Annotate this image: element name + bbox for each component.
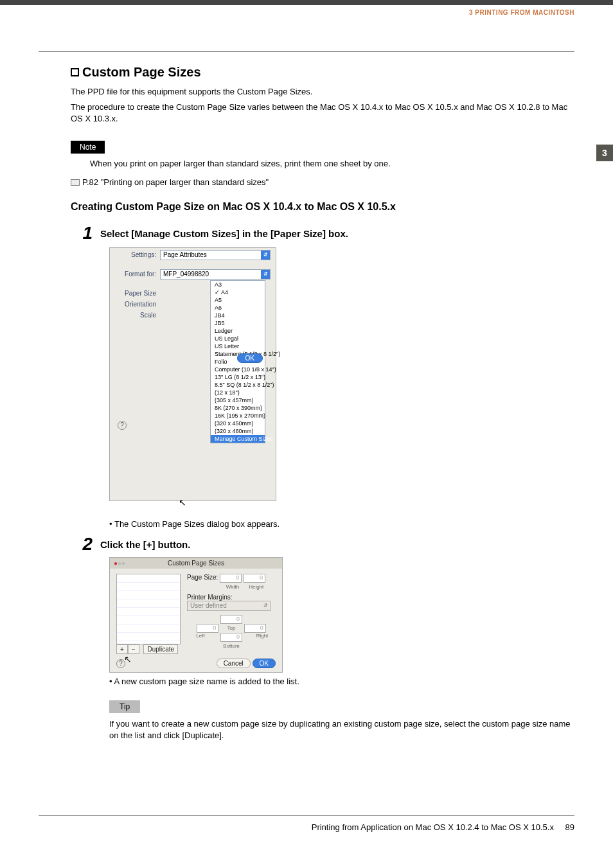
right-field[interactable]: 0 [244,624,266,633]
sizes-listbox[interactable] [116,574,181,644]
section-title-text: Custom Page Sizes [82,65,201,79]
cursor-icon: ↖ [179,497,613,508]
tip-label: Tip [109,700,140,713]
dialog-title: Custom Page Sizes [168,560,224,567]
step-1-instruction: Select [Manage Custom Sizes] in the [Pap… [100,224,348,239]
paper-size-option[interactable]: (320 x 460mm) [211,427,265,435]
cancel-button[interactable]: Cancel [217,659,251,668]
step-1-result: The Custom Page Sizes dialog box appears… [109,519,574,529]
top-field[interactable]: 0 [220,615,242,624]
settings-label: Settings: [115,251,160,258]
duplicate-button[interactable]: Duplicate [143,644,178,654]
page-size-label: Page Size: [187,574,218,581]
paper-size-option[interactable]: (320 x 450mm) [211,420,265,427]
add-button[interactable]: + [116,644,128,654]
paper-size-option[interactable]: 13" LG (8 1/2 x 13") [211,373,265,381]
paper-size-option[interactable]: Ledger [211,327,265,335]
step-2: 2 Click the [+] button. [71,535,574,553]
page-number: 89 [565,822,574,832]
remove-button[interactable]: − [128,644,139,654]
section-title: Custom Page Sizes [71,65,574,80]
paper-size-option[interactable]: A6 [211,304,265,312]
step-1: 1 Select [Manage Custom Sizes] in the [P… [71,224,574,242]
window-controls[interactable]: ●●● [114,560,125,567]
printer-margins-label: Printer Margins: [187,594,276,601]
xref-text: P.82 "Printing on paper larger than stan… [82,177,269,187]
intro-para-1: The PPD file for this equipment supports… [71,86,574,98]
width-sublabel: Width [222,584,244,590]
height-sublabel: Height [245,584,267,590]
paper-size-option[interactable]: (12 x 18") [211,389,265,396]
paper-size-option[interactable]: (305 x 457mm) [211,396,265,404]
tip-text: If you want to create a new custom page … [109,718,574,741]
note-text: When you print on paper larger than stan… [90,159,574,168]
cross-reference: P.82 "Printing on paper larger than stan… [71,177,574,187]
dropdown-arrow-icon: ⇵ [261,251,270,260]
ok-button[interactable]: OK [237,353,263,363]
width-field[interactable]: 0 [220,574,242,583]
orientation-label: Orientation [115,301,160,308]
dialog-titlebar: ●●● Custom Page Sizes [110,558,282,569]
left-sublabel: Left [190,633,211,642]
paper-size-option[interactable]: 8K (270 x 390mm) [211,404,265,412]
page-top-border [0,0,613,5]
paper-size-option[interactable]: JB4 [211,312,265,319]
paper-size-option[interactable]: A4 [211,288,265,296]
bottom-sublabel: Bottom [220,643,242,649]
paper-size-option[interactable]: A5 [211,296,265,304]
paper-size-option[interactable]: JB5 [211,319,265,327]
screenshot-custom-sizes: ●●● Custom Page Sizes Page Size: 0 0 Wid… [109,557,283,673]
paper-size-option[interactable]: 16K (195 x 270mm) [211,412,265,420]
paper-size-option[interactable]: 8.5" SQ (8 1/2 x 8 1/2") [211,381,265,389]
settings-select[interactable]: Page Attributes⇵ [160,250,271,260]
ok-button[interactable]: OK [253,659,276,668]
step-1-number: 1 [71,224,93,242]
format-for-select[interactable]: MFP_04998820⇵ [160,269,271,279]
paper-size-option[interactable]: US Legal [211,335,265,342]
dropdown-arrow-icon: ⇵ [261,270,270,279]
right-sublabel: Right [251,633,273,642]
step-2-number: 2 [71,535,93,553]
left-field[interactable]: 0 [197,624,218,633]
step-2-instruction: Click the [+] button. [100,535,190,550]
paper-size-option[interactable]: Manage Custom Sizes [211,435,265,443]
running-header: 3 PRINTING FROM MACINTOSH [469,9,574,16]
margins-preset-select[interactable]: User defined [187,601,271,611]
step-2-result: A new custom page size name is added to … [109,677,574,686]
help-icon[interactable]: ? [118,421,127,430]
height-field[interactable]: 0 [244,574,265,583]
scale-label: Scale [115,312,160,319]
footer-text: Printing from Application on Mac OS X 10… [312,822,554,832]
screenshot-page-setup: Settings: Page Attributes⇵ Format for: M… [109,247,276,501]
subsection-title: Creating Custom Page Size on Mac OS X 10… [71,201,574,213]
content-area: Custom Page Sizes The PPD file for this … [39,51,574,817]
intro-para-2: The procedure to create the Custom Page … [71,102,574,125]
note-label: Note [71,141,105,154]
checkbox-bullet-icon [71,68,79,76]
book-icon [71,179,80,186]
bottom-field[interactable]: 0 [220,633,242,642]
help-icon[interactable]: ? [116,659,125,668]
paper-size-option[interactable]: A3 [211,281,265,288]
chapter-tab: 3 [596,145,613,161]
top-sublabel: Top [220,625,242,631]
paper-size-label: Paper Size [115,290,160,297]
format-for-label: Format for: [115,270,160,278]
page-footer: Printing from Application on Mac OS X 10… [39,815,574,832]
